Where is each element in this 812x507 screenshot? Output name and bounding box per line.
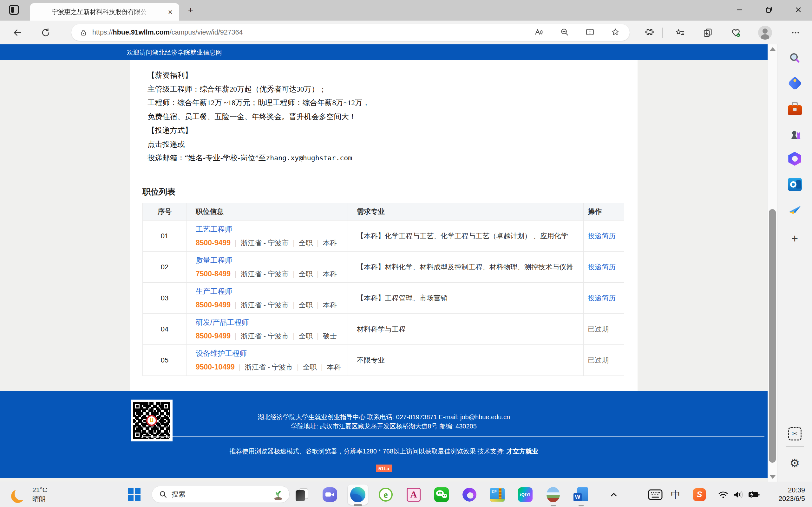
job-info: 质量工程师 7500-8499浙江省 - 宁波市全职本科 <box>187 251 348 282</box>
job-majors: 不限专业 <box>348 345 583 376</box>
collections-icon[interactable] <box>703 27 713 38</box>
tab-close-icon[interactable]: ✕ <box>166 8 175 16</box>
minimize-button[interactable] <box>730 0 749 20</box>
job-salary: 8500-9499 <box>196 301 231 309</box>
photos-app-icon[interactable] <box>547 487 560 502</box>
job-title-link[interactable]: 工艺工程师 <box>196 224 348 234</box>
restore-button[interactable] <box>760 0 778 20</box>
job-title-link[interactable]: 生产工程师 <box>196 286 348 296</box>
51la-badge[interactable]: 51La <box>376 464 392 472</box>
chat-icon[interactable] <box>322 487 337 502</box>
job-salary: 8500-9499 <box>196 239 231 247</box>
job-info: 研发/产品工程师 8500-9499浙江省 - 宁波市全职硕士 <box>187 314 348 344</box>
job-description-text: 【薪资福利】 主管级工程师：综合年薪20万起（优秀者可达30万）； 工程师：综合… <box>148 68 370 165</box>
iqiyi-icon[interactable]: iQIYI <box>518 487 532 502</box>
hidden-icons-chevron[interactable] <box>609 490 618 499</box>
header-no: 序号 <box>143 203 187 220</box>
lock-icon[interactable] <box>80 29 87 37</box>
wifi-icon[interactable] <box>718 490 728 499</box>
job-location: 浙江省 - 宁波市 <box>245 362 293 372</box>
battery-charging-icon[interactable] <box>748 491 760 499</box>
scroll-up-arrow[interactable] <box>770 47 775 51</box>
job-majors: 【本科】材料化学、材料成型及控制工程、材料物理、测控技术与仪器 <box>348 251 583 282</box>
sidebar-microsoft-365-icon[interactable] <box>788 152 802 166</box>
search-daily-plant-icon[interactable] <box>272 488 284 501</box>
weather-widget[interactable]: 21°C 晴朗 <box>32 485 47 504</box>
zoom-out-icon[interactable] <box>560 27 569 38</box>
touch-keyboard-icon[interactable] <box>648 489 663 500</box>
job-title-link[interactable]: 设备维护工程师 <box>196 349 348 358</box>
loop-icon[interactable] <box>462 488 476 502</box>
read-aloud-icon[interactable] <box>534 27 543 38</box>
support-link[interactable]: 才立方就业 <box>507 448 538 455</box>
new-tab-button[interactable]: + <box>186 5 196 15</box>
taskbar-clock[interactable]: 20:39 2023/6/5 <box>778 486 805 503</box>
apply-link[interactable]: 投递简历 <box>588 231 616 241</box>
favorite-star-icon[interactable] <box>611 27 620 38</box>
title-bar: 宁波惠之星新材料科技股份有限公 ✕ + <box>0 0 812 20</box>
page-content: 【薪资福利】 主管级工程师：综合年薪20万起（优秀者可达30万）； 工程师：综合… <box>130 60 638 391</box>
job-title-link[interactable]: 质量工程师 <box>196 256 348 265</box>
footer-address-line: 学院地址: 武汉市江夏区藏龙岛开发区杨桥湖大道8号 邮编: 430205 <box>0 422 768 431</box>
sidebar-tools-icon[interactable] <box>788 102 802 115</box>
access-icon[interactable]: A <box>407 488 420 502</box>
sidebar-search-icon[interactable] <box>788 51 802 65</box>
ime-indicator[interactable]: 中 <box>671 488 680 501</box>
task-view-icon[interactable] <box>296 488 308 501</box>
vertical-scrollbar[interactable] <box>768 44 777 482</box>
weather-moon-icon[interactable] <box>14 487 28 500</box>
volume-icon[interactable] <box>732 490 744 499</box>
word-running-bar <box>578 505 583 506</box>
scroll-down-arrow[interactable] <box>770 475 775 479</box>
sidebar-settings-icon[interactable]: ⚙ <box>790 457 800 470</box>
apply-link[interactable]: 投递简历 <box>588 293 616 303</box>
web-capture-icon[interactable]: ✂ <box>788 427 802 441</box>
start-button[interactable] <box>128 488 141 501</box>
word-icon[interactable]: W <box>573 487 589 502</box>
back-icon[interactable] <box>12 27 22 38</box>
close-button[interactable] <box>789 0 808 20</box>
job-majors: 【本科】化学工程与工艺、化学工程与工艺（卓越计划） 、应用化学 <box>348 221 583 251</box>
zip-tool-icon[interactable]: ZIP <box>490 488 505 502</box>
edge-icon[interactable] <box>350 487 365 502</box>
sidebar-divider <box>786 446 804 447</box>
page-viewport: 欢迎访问湖北经济学院就业信息网 【薪资福利】 主管级工程师：综合年薪20万起（优… <box>0 44 768 482</box>
tab-actions-icon[interactable] <box>9 5 19 15</box>
browser-tab[interactable]: 宁波惠之星新材料科技股份有限公 ✕ <box>30 3 179 20</box>
sidebar-shopping-icon[interactable] <box>790 78 800 89</box>
search-icon <box>159 490 167 498</box>
expired-label: 已过期 <box>588 355 609 365</box>
apply-link[interactable]: 投递简历 <box>588 262 616 272</box>
table-row: 02 质量工程师 7500-8499浙江省 - 宁波市全职本科 【本科】材料化学… <box>143 251 624 282</box>
split-screen-icon[interactable] <box>585 27 595 38</box>
sidebar-outlook-icon[interactable] <box>788 178 802 191</box>
sidebar-games-icon[interactable] <box>788 126 802 141</box>
job-no: 03 <box>143 283 187 314</box>
table-row: 05 设备维护工程师 9500-10499浙江省 - 宁波市全职本科 不限专业 … <box>143 344 624 376</box>
job-salary: 9500-10499 <box>196 363 235 372</box>
taskbar-search[interactable]: 搜索 <box>152 486 290 503</box>
extensions-icon[interactable] <box>644 27 654 38</box>
address-bar[interactable]: https://hbue.91wllm.com/campus/view/id/9… <box>71 24 629 41</box>
sidebar-drop-icon[interactable] <box>788 203 802 216</box>
browser-essentials-icon[interactable] <box>730 27 741 38</box>
wechat-icon[interactable] <box>434 487 449 502</box>
scrollbar-thumb[interactable] <box>769 209 776 463</box>
welcome-banner: 欢迎访问湖北经济学院就业信息网 <box>0 44 768 60</box>
sogou-input-icon[interactable]: S <box>693 488 706 501</box>
job-title-link[interactable]: 研发/产品工程师 <box>196 318 348 327</box>
sidebar-add-icon[interactable]: + <box>792 232 798 245</box>
settings-menu-icon[interactable] <box>791 28 800 38</box>
profile-avatar[interactable] <box>758 26 772 40</box>
photos-running-bar <box>551 505 556 506</box>
refresh-icon[interactable] <box>41 27 51 38</box>
header-action: 操作 <box>583 203 624 220</box>
job-info: 设备维护工程师 9500-10499浙江省 - 宁波市全职本科 <box>187 345 348 376</box>
footer-contact-line: 湖北经济学院大学生就业创业指导中心 联系电话: 027-81973871 E-m… <box>0 413 768 421</box>
table-header-row: 序号 职位信息 需求专业 操作 <box>143 203 624 220</box>
job-type: 全职 <box>303 362 317 372</box>
job-list-title: 职位列表 <box>142 186 175 198</box>
360-browser-icon[interactable]: e <box>379 488 393 502</box>
page-footer: U 湖北经济学院大学生就业创业指导中心 联系电话: 027-81973871 E… <box>0 391 768 478</box>
favorites-icon[interactable] <box>675 27 685 38</box>
